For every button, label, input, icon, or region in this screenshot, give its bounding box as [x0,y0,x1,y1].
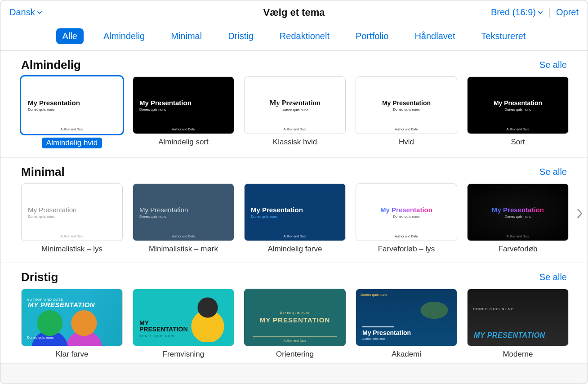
create-button[interactable]: Opret [556,7,579,18]
section-basic: Almindelig Se alle My Presentation Donec… [0,51,588,158]
thumb-subtitle: Donec quis nunc [27,335,54,339]
section-minimal: Minimal Se alle My Presentation Donec qu… [0,158,588,263]
chevron-down-icon [538,10,543,15]
scroll-right-button[interactable] [573,201,586,226]
thumb-footer: Author and Date [22,235,122,238]
right-actions: Bred (16:9) Opret [491,7,579,18]
theme-label: Hvid [399,138,414,147]
theme-white[interactable]: My Presentation Donec quis nunc Author a… [356,76,457,148]
theme-thumbnail: Donec quis nunc MY PRESENTATION Author a… [244,289,346,346]
tab-all[interactable]: Alle [56,28,84,44]
tab-editorial[interactable]: Redaktionelt [273,28,336,44]
thumb-title: My Presentation [139,206,227,214]
theme-label: Klassisk hvid [273,138,317,147]
thumb-subtitle: Donec quis nunc [139,214,227,219]
theme-thumbnail: My Presentation Donec quis nunc Author a… [21,76,123,134]
thumb-title: MY PRESENTATION [28,301,116,308]
language-select[interactable]: Dansk [9,7,42,18]
aspect-ratio-select[interactable]: Bred (16:9) [491,7,543,18]
theme-thumbnail: My Presentation Donec quis nunc Author a… [356,76,457,134]
theme-briefing[interactable]: Donec quis nunc MY PRESENTATION Author a… [244,289,346,363]
theme-label: Moderne [503,350,533,359]
thumb-subtitle: Donec quis nunc [139,107,227,112]
theme-label: Farveforløb – lys [378,245,435,254]
theme-row: AUTHOR AND DATE MY PRESENTATION Donec qu… [0,289,588,363]
tab-textured[interactable]: Tekstureret [475,28,532,44]
theme-chooser-window: Dansk Vælg et tema Bred (16:9) Opret All… [0,0,588,384]
theme-label: Almindelig hvid [42,138,102,148]
theme-thumbnail: MYPRESENTATION DONEC QUIS NUNC [133,289,234,346]
theme-label: Farveforløb [499,245,538,254]
chevron-right-icon [576,208,583,219]
theme-gradient-dark[interactable]: My Presentation Donec quis nunc Author a… [467,183,569,254]
thumb-footer: Author and Date [468,235,568,238]
thumb-footer: Author and Date [133,128,234,131]
theme-minimal-dark[interactable]: My Presentation Donec quis nunc Author a… [133,183,234,254]
theme-basic-white[interactable]: My Presentation Donec quis nunc Author a… [21,76,123,148]
thumb-subtitle: Donec quis nunc [251,214,339,219]
theme-row: My Presentation Donec quis nunc Author a… [0,183,588,254]
theme-label: Almindelig sort [158,138,209,147]
content-scroll[interactable]: Almindelig Se alle My Presentation Donec… [0,51,588,384]
theme-showcase[interactable]: MYPRESENTATION DONEC QUIS NUNC Fremvisni… [133,289,234,363]
thumb-divider [362,326,394,327]
thumb-footer: Author and Date [22,128,122,131]
thumb-title: My Presentation [251,206,339,214]
tab-bold[interactable]: Dristig [222,28,260,44]
see-all-button[interactable]: Se alle [539,60,567,70]
theme-thumbnail: My Presentation Donec quis nunc Author a… [467,183,569,241]
theme-classic-white[interactable]: My Presentation Donec quis nunc Author a… [244,76,346,148]
thumb-title: MY PRESENTATION [260,316,330,324]
theme-thumbnail: My Presentation Donec quis nunc Author a… [133,183,234,241]
thumb-footer: Author and Date [245,128,345,131]
theme-thumbnail: My Presentation Donec quis nunc Author a… [244,76,346,134]
window-title: Vælg et tema [263,7,325,18]
theme-thumbnail: My Presentation Donec quis nunc Author a… [21,183,123,241]
thumb-subtitle: Donec quis nunc [28,107,116,112]
thumb-title: My Presentation [494,99,542,107]
theme-label: Akademi [392,350,421,359]
theme-basic-color[interactable]: My Presentation Donec quis nunc Author a… [244,183,346,254]
theme-row: My Presentation Donec quis nunc Author a… [0,76,588,148]
thumb-footer: Author and Date [245,235,345,238]
theme-label: Fremvisning [163,350,205,359]
titlebar: Dansk Vælg et tema Bred (16:9) Opret [0,0,588,25]
thumb-footer: Author and Date [245,339,345,342]
theme-minimal-light[interactable]: My Presentation Donec quis nunc Author a… [21,183,123,254]
tab-minimal[interactable]: Minimal [165,28,208,44]
tab-portfolio[interactable]: Portfolio [349,28,395,44]
theme-basic-black[interactable]: My Presentation Donec quis nunc Author a… [133,76,234,148]
thumb-title: My Presentation [269,99,320,107]
section-title: Almindelig [21,58,81,72]
section-bold: Dristig Se alle AUTHOR AND DATE MY PRESE… [0,263,588,364]
tab-basic[interactable]: Almindelig [97,28,151,44]
theme-label: Minimalistisk – lys [41,245,102,254]
thumb-title: My Presentation [492,206,544,214]
see-all-button[interactable]: Se alle [539,272,567,282]
thumb-subtitle: Donec quis nunc [28,214,116,219]
theme-label: Orientering [276,350,314,359]
thumb-divider [253,336,337,337]
thumb-title: MY PRESENTATION [474,331,562,339]
section-title: Minimal [21,165,65,179]
tab-handmade[interactable]: Håndlavet [408,28,461,44]
theme-bright-color[interactable]: AUTHOR AND DATE MY PRESENTATION Donec qu… [21,289,123,363]
theme-label: Sort [511,138,525,147]
see-all-button[interactable]: Se alle [539,167,567,177]
thumb-subtitle: Donec quis nunc [504,214,531,219]
theme-modern[interactable]: DONEC QUIS NUNC MY PRESENTATION Moderne [467,289,569,363]
theme-gradient-light[interactable]: My Presentation Donec quis nunc Author a… [356,183,457,254]
theme-thumbnail: AUTHOR AND DATE MY PRESENTATION Donec qu… [21,289,123,346]
thumb-footer: Author and Date [468,128,568,131]
theme-thumbnail: DONEC QUIS NUNC MY PRESENTATION [467,289,569,346]
thumb-subtitle: Donec quis nunc [393,107,420,112]
theme-academy[interactable]: Donec quis nunc My Presentation Author a… [356,289,457,363]
thumb-subtitle: Donec quis nunc [504,107,531,112]
section-title: Dristig [21,270,58,284]
thumb-title: My Presentation [382,99,431,107]
thumb-overline: Donec quis nunc [280,311,310,314]
thumb-footer: Author and Date [356,128,457,131]
thumb-title: My Presentation [362,329,450,336]
theme-thumbnail: My Presentation Donec quis nunc Author a… [467,76,569,134]
theme-black[interactable]: My Presentation Donec quis nunc Author a… [467,76,569,148]
